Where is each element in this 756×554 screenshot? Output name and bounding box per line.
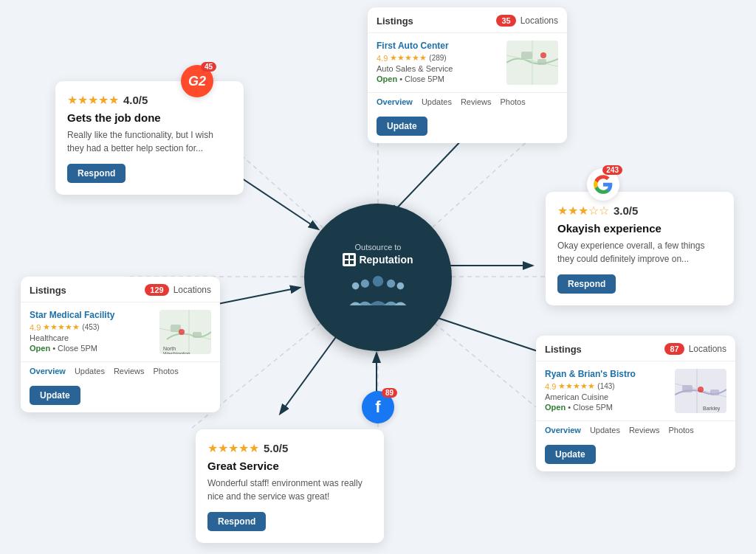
svg-rect-9: [350, 255, 354, 259]
top-listing-reviews: (289): [429, 54, 446, 62]
reputation-icon: [343, 253, 356, 266]
svg-point-20: [540, 52, 546, 58]
top-tab-reviews[interactable]: Reviews: [461, 97, 492, 106]
right-listing-stars: ★★★★★: [558, 381, 595, 391]
google-review-body: Okay experience overall, a few things th…: [557, 239, 722, 266]
top-tab-photos[interactable]: Photos: [500, 97, 525, 106]
google-review-card: ★★★☆☆ 3.0/5 Okayish experience Okay expe…: [546, 192, 734, 305]
top-listing-rating: 4.9: [377, 54, 388, 63]
top-listings-locations: Locations: [520, 15, 558, 26]
left-listing-stars: ★★★★★: [43, 322, 80, 332]
g2-respond-button[interactable]: Respond: [67, 164, 126, 183]
facebook-respond-button[interactable]: Respond: [207, 512, 266, 531]
google-score: 3.0/5: [614, 204, 638, 217]
google-stars: ★★★☆☆: [557, 204, 609, 218]
right-listing-rating: 4.9: [545, 382, 556, 391]
google-platform-badge: 243: [587, 168, 619, 201]
right-listings-card: Listings 87 Locations Ryan & Brian's Bis…: [536, 336, 735, 471]
left-tab-photos[interactable]: Photos: [153, 367, 178, 375]
right-tab-updates[interactable]: Updates: [590, 426, 620, 434]
top-listing-status: Open • Close 5PM: [377, 75, 501, 83]
right-listings-badge: 87: [664, 343, 684, 355]
right-tab-overview[interactable]: Overview: [545, 426, 581, 434]
top-listing-stars-row: 4.9 ★★★★★ (289): [377, 53, 501, 63]
right-listings-body: Ryan & Brian's Bistro 4.9 ★★★★★ (143) Am…: [536, 361, 735, 420]
left-tab-overview[interactable]: Overview: [30, 367, 66, 375]
top-listings-tabs: Overview Updates Reviews Photos: [368, 92, 567, 112]
google-icon: [593, 174, 614, 195]
right-listings-action: Update: [536, 440, 735, 471]
g2-review-title: Gets the job done: [67, 111, 232, 124]
svg-text:Washington: Washington: [163, 351, 190, 354]
google-notification-count: 243: [602, 165, 622, 175]
facebook-icon: f: [375, 398, 380, 417]
svg-point-15: [352, 282, 360, 289]
top-listings-header: Listings 35 Locations: [368, 7, 567, 33]
top-listings-body: First Auto Center 4.9 ★★★★★ (289) Auto S…: [368, 33, 567, 92]
facebook-review-body: Wonderful staff! environment was really …: [207, 477, 372, 503]
right-listing-category: American Cuisine: [545, 392, 669, 401]
svg-point-16: [397, 282, 405, 289]
svg-point-14: [387, 279, 395, 287]
left-listing-status: Open • Close 5PM: [30, 344, 154, 353]
google-stars-row: ★★★☆☆ 3.0/5: [557, 204, 722, 218]
top-listing-name: First Auto Center: [377, 41, 501, 51]
right-tab-photos[interactable]: Photos: [668, 426, 693, 434]
g2-review-body: Really like the functionality, but I wis…: [67, 128, 232, 155]
svg-rect-28: [682, 385, 693, 392]
outsource-label: Outsource to: [355, 243, 402, 252]
left-listing-rating: 4.9: [30, 323, 41, 332]
right-update-button[interactable]: Update: [545, 445, 596, 464]
g2-stars: ★★★★★: [67, 93, 119, 107]
svg-rect-29: [710, 389, 719, 395]
left-listings-info: Star Medical Facility 4.9 ★★★★★ (453) He…: [30, 310, 154, 354]
svg-rect-8: [345, 255, 348, 259]
g2-notification-count: 45: [201, 62, 216, 72]
right-listings-info: Ryan & Brian's Bistro 4.9 ★★★★★ (143) Am…: [545, 369, 669, 413]
g2-stars-row: ★★★★★ 4.0/5: [67, 93, 232, 107]
left-update-button[interactable]: Update: [30, 386, 80, 405]
svg-text:Barkley: Barkley: [703, 406, 721, 412]
top-listing-stars: ★★★★★: [390, 53, 427, 63]
top-listing-category: Auto Sales & Service: [377, 64, 501, 73]
facebook-review-card: ★★★★★ 5.0/5 Great Service Wonderful staf…: [196, 429, 384, 543]
g2-platform-badge: G2 45: [181, 65, 213, 97]
svg-point-12: [373, 276, 383, 286]
top-listings-badge: 35: [496, 15, 515, 27]
main-scene: Outsource to Reputation: [0, 0, 756, 554]
svg-point-26: [179, 329, 185, 335]
svg-rect-18: [521, 52, 532, 59]
top-update-button[interactable]: Update: [377, 117, 427, 136]
right-tab-reviews[interactable]: Reviews: [629, 426, 660, 434]
brand-name: Reputation: [343, 253, 413, 266]
g2-score: 4.0/5: [123, 94, 148, 106]
right-listing-status: Open • Close 5PM: [545, 403, 669, 412]
left-listing-stars-row: 4.9 ★★★★★ (453): [30, 322, 154, 332]
facebook-stars: ★★★★★: [207, 441, 259, 455]
svg-rect-10: [345, 260, 348, 264]
right-listing-map: Barkley: [675, 369, 726, 413]
left-listings-tabs: Overview Updates Reviews Photos: [21, 361, 220, 381]
top-tab-overview[interactable]: Overview: [377, 97, 413, 106]
right-listing-stars-row: 4.9 ★★★★★ (143): [545, 381, 669, 391]
top-tab-updates[interactable]: Updates: [422, 97, 452, 106]
right-listings-header: Listings 87 Locations: [536, 336, 735, 361]
left-tab-reviews[interactable]: Reviews: [114, 367, 145, 375]
facebook-notification-count: 89: [382, 388, 397, 398]
svg-text:North: North: [163, 346, 176, 351]
facebook-score: 5.0/5: [264, 442, 288, 454]
svg-rect-23: [193, 332, 202, 338]
top-listings-info: First Auto Center 4.9 ★★★★★ (289) Auto S…: [377, 41, 501, 85]
g2-icon: G2: [188, 74, 206, 89]
svg-point-13: [361, 279, 369, 287]
facebook-stars-row: ★★★★★ 5.0/5: [207, 441, 372, 455]
left-listing-name: Star Medical Facility: [30, 310, 154, 320]
left-listings-badge: 129: [145, 284, 168, 296]
left-tab-updates[interactable]: Updates: [75, 367, 105, 375]
google-respond-button[interactable]: Respond: [557, 274, 616, 294]
left-listing-map: North Washington: [159, 310, 211, 354]
people-illustration: [348, 272, 408, 312]
right-listings-label: Listings: [545, 344, 660, 355]
svg-point-31: [698, 387, 704, 392]
google-review-title: Okayish experience: [557, 222, 722, 235]
